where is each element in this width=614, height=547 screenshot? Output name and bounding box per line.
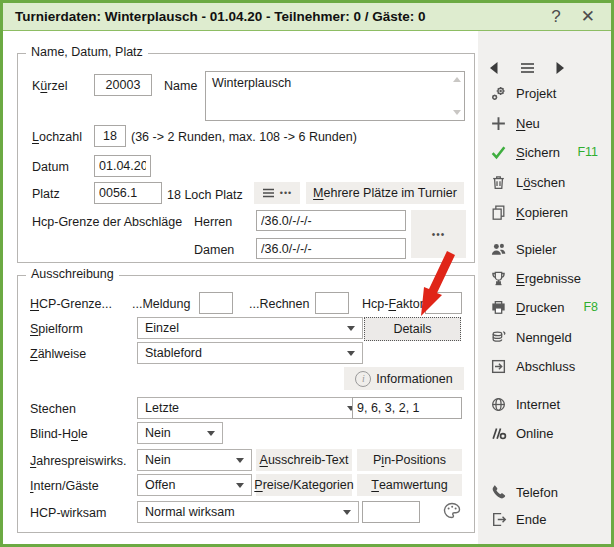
chevron-down-icon [347, 351, 355, 356]
palette-icon[interactable] [442, 501, 462, 521]
trash-icon [490, 174, 507, 191]
damen-label: Damen [194, 243, 234, 257]
sidebar-item-projekt[interactable]: Projekt [490, 83, 598, 103]
help-icon[interactable]: ? [551, 8, 560, 25]
lochzahl-input[interactable] [94, 125, 126, 147]
sidebar-item-telefon[interactable]: Telefon [490, 482, 598, 502]
sidebar-item-label: Abschluss [516, 359, 575, 374]
blindhole-label: Blind-Hole [30, 427, 88, 441]
sidebar-item-sichern[interactable]: Sichern F11 [490, 142, 598, 162]
sidebar-item-ende[interactable]: Ende [490, 509, 598, 529]
sidebar-item-label: Ende [516, 512, 546, 527]
platz-input[interactable] [94, 182, 162, 204]
name-label: Name [164, 79, 197, 93]
turnierdaten-dialog: Turnierdaten: Winterplausch - 01.04.20 -… [0, 0, 614, 547]
next-arrow-icon[interactable] [555, 61, 566, 75]
spielform-label: Spielform [30, 322, 83, 336]
sidebar: Projekt Neu Sichern F11 Löschen Kopieren… [478, 31, 611, 544]
slashes-o-icon [490, 425, 507, 442]
prev-arrow-icon[interactable] [488, 61, 499, 75]
sidebar-item-online[interactable]: Online [490, 423, 598, 443]
blindhole-value: Nein [145, 426, 171, 440]
jahrespreis-label: Jahrespreiswirks. [30, 454, 127, 468]
sidebar-item-nenngeld[interactable]: Nenngeld [490, 327, 598, 347]
hcp-wirksam-extra-input[interactable] [362, 501, 420, 523]
window-title: Turnierdaten: Winterplausch - 01.04.20 -… [3, 9, 426, 24]
group-legend: Ausschreibung [26, 267, 119, 281]
chevron-down-icon [207, 431, 215, 436]
mehrere-plaetze-button[interactable]: Mehrere Plätze im Turnier [306, 182, 464, 204]
sidebar-item-label: Online [516, 426, 554, 441]
spielform-value: Einzel [145, 321, 179, 335]
informationen-button[interactable]: i Informationen [344, 367, 464, 390]
rechnen-input[interactable] [315, 292, 349, 314]
damen-input[interactable] [256, 238, 406, 259]
kuerzel-label: Kürzel [32, 79, 67, 93]
datum-input[interactable] [94, 155, 151, 177]
sidebar-item-label: Löschen [516, 175, 565, 190]
platz-label: Platz [32, 187, 60, 201]
sidebar-item-loeschen[interactable]: Löschen [490, 172, 598, 192]
sidebar-item-drucken[interactable]: Drucken F8 [490, 297, 598, 317]
stechen-label: Stechen [30, 402, 76, 416]
kuerzel-input[interactable] [94, 74, 152, 96]
titlebar: Turnierdaten: Winterplausch - 01.04.20 -… [3, 3, 611, 31]
menu-icon[interactable] [520, 62, 535, 74]
ausschreib-text-button[interactable]: Ausschreib-Text [256, 449, 352, 471]
info-icon: i [355, 371, 371, 387]
sidebar-item-abschluss[interactable]: Abschluss [490, 356, 598, 376]
stechen-dropdown[interactable]: Letzte [137, 397, 363, 419]
chevron-down-icon [236, 483, 244, 488]
stechen-holes-input[interactable] [352, 397, 462, 419]
sidebar-item-ergebnisse[interactable]: Ergebnisse [490, 268, 598, 288]
intern-gaeste-dropdown[interactable]: Offen [137, 474, 252, 496]
sidebar-item-label: Projekt [516, 86, 556, 101]
hcp-wirksam-value: Normal wirksam [145, 505, 235, 519]
sidebar-item-spieler[interactable]: Spieler [490, 239, 598, 259]
close-icon[interactable]: ✕ [581, 8, 595, 25]
sidebar-item-label: Ergebnisse [516, 271, 581, 286]
scroll-down-icon[interactable] [453, 110, 461, 115]
lochzahl-label: Lochzahl [32, 130, 82, 144]
sidebar-item-kopieren[interactable]: Kopieren [490, 202, 598, 222]
hcp-grenze-label: HCP-Grenze... [30, 297, 112, 311]
herren-input[interactable] [256, 210, 406, 231]
meldung-label: ...Meldung [132, 297, 190, 311]
name-input[interactable]: Winterplausch [205, 71, 465, 121]
hcp-wirksam-dropdown[interactable]: Normal wirksam [137, 501, 359, 523]
stechen-value: Letzte [145, 401, 179, 415]
teamwertung-button[interactable]: Teamwertung [357, 474, 462, 496]
coins-icon [490, 329, 507, 346]
pin-positions-button[interactable]: Pin-Positions [357, 449, 462, 471]
shortcut-key: F11 [577, 145, 598, 159]
group-legend: Name, Datum, Platz [26, 45, 148, 59]
copy-icon [490, 204, 507, 221]
hamburger-icon [262, 188, 275, 198]
preise-kategorien-button[interactable]: Preise/Kategorien [256, 474, 352, 496]
herren-label: Herren [194, 215, 232, 229]
sidebar-item-label: Nenngeld [516, 330, 572, 345]
zaehlweise-dropdown[interactable]: Stableford [137, 342, 363, 364]
meldung-input[interactable] [199, 292, 233, 314]
details-button[interactable]: Details [364, 317, 461, 341]
spielform-dropdown[interactable]: Einzel [137, 317, 363, 339]
sidebar-item-label: Spieler [516, 242, 556, 257]
chevron-down-icon [236, 458, 244, 463]
blindhole-dropdown[interactable]: Nein [137, 422, 223, 444]
sidebar-item-internet[interactable]: Internet [490, 394, 598, 414]
abschlaege-dots-button[interactable]: ••• [411, 210, 466, 258]
platz-menu-button[interactable]: ••• [254, 182, 300, 204]
exit-icon [490, 511, 507, 528]
trophy-icon [490, 270, 507, 287]
informationen-label: Informationen [376, 372, 452, 386]
jahrespreis-dropdown[interactable]: Nein [137, 449, 252, 471]
people-icon [490, 241, 507, 258]
arrow-box-icon [490, 358, 507, 375]
sidebar-item-label: Telefon [516, 485, 558, 500]
hcp-faktor-input[interactable] [425, 292, 462, 314]
scroll-up-icon[interactable] [453, 77, 461, 82]
sidebar-item-label: Internet [516, 397, 560, 412]
datum-label: Datum [32, 160, 69, 174]
hcp-faktor-label: Hcp-Faktor [362, 297, 424, 311]
sidebar-item-neu[interactable]: Neu [490, 113, 598, 133]
